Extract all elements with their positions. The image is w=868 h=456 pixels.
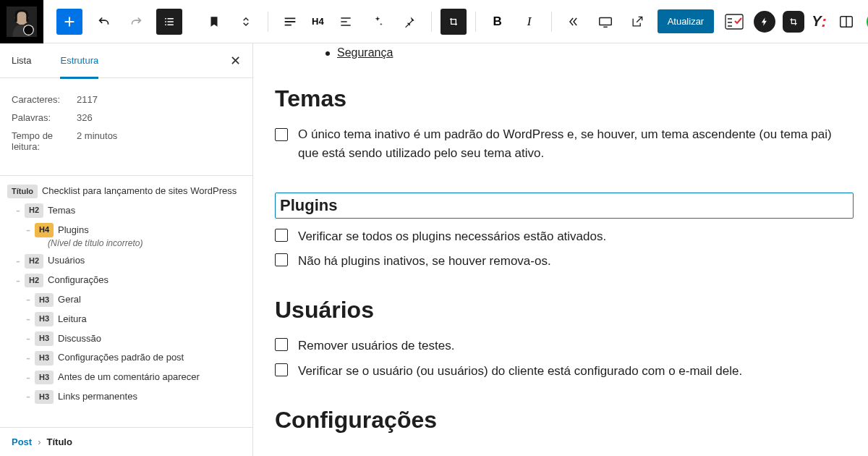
heading-temas[interactable]: Temas	[275, 85, 854, 112]
outline-item-discussao[interactable]: - H3 Discussão	[0, 329, 252, 349]
outline-item-config[interactable]: - H2 Configurações	[0, 271, 252, 290]
h4-tag-pill: H4	[35, 223, 54, 237]
check-text[interactable]: Verificar se o usuário (ou usuários) do …	[298, 362, 742, 381]
svg-rect-0	[448, 16, 459, 27]
external-link-icon[interactable]	[624, 9, 650, 35]
breadcrumb-current: Título	[47, 436, 72, 447]
outline-label: Configurações	[48, 273, 109, 288]
checkbox[interactable]	[275, 253, 288, 266]
tab-structure[interactable]: Estrutura	[60, 43, 98, 78]
ai-sparkle-icon[interactable]	[365, 9, 391, 35]
heading-level-selector[interactable]: H4	[306, 16, 330, 27]
align-button[interactable]	[333, 9, 359, 35]
check-text[interactable]: O único tema inativo é um padrão do Word…	[298, 125, 854, 164]
crop-icon[interactable]	[441, 9, 467, 35]
breadcrumb-root[interactable]: Post	[12, 436, 32, 447]
bookmark-icon[interactable]	[201, 9, 227, 35]
outline-item-temas[interactable]: - H2 Temas	[0, 201, 252, 221]
block-breadcrumb: Post › Título	[0, 427, 252, 456]
collapse-icon[interactable]	[561, 9, 587, 35]
outline-label: Usuários	[48, 253, 85, 269]
stat-chars-value: 2117	[77, 94, 98, 105]
svg-rect-2	[726, 14, 743, 29]
undo-button[interactable]	[91, 9, 117, 35]
document-outline-button[interactable]	[156, 9, 182, 35]
outline-item-plugins[interactable]: - H4 Plugins	[0, 221, 252, 240]
update-button[interactable]: Atualizar	[658, 9, 715, 33]
checkbox[interactable]	[275, 229, 288, 242]
h2-tag-pill: H2	[25, 203, 43, 218]
checkbox[interactable]	[275, 338, 288, 351]
outline-item-config-post[interactable]: - H3 Configurações padrão de post	[0, 348, 252, 368]
editor-canvas[interactable]: Segurança Temas O único tema inativo é u…	[253, 43, 868, 456]
stat-readtime-label: Tempo de leitura:	[12, 130, 77, 152]
outline-item-links[interactable]: - H3 Links permanentes	[0, 387, 252, 407]
outline-tree: Título Checklist para lançamento de site…	[0, 176, 252, 427]
lightning-circle-icon[interactable]	[754, 11, 775, 33]
document-outline-panel: Lista Estrutura ✕ Caracteres: 2117 Palav…	[0, 43, 253, 456]
stat-words-value: 326	[77, 112, 93, 123]
checkbox[interactable]	[275, 363, 288, 376]
stat-chars-label: Caracteres:	[12, 94, 77, 105]
tab-list[interactable]: Lista	[12, 43, 31, 78]
check-text[interactable]: Verificar se todos os plugins necessário…	[298, 227, 606, 246]
h3-tag-pill: H3	[35, 371, 54, 385]
outline-title[interactable]: Título Checklist para lançamento de site…	[0, 182, 252, 201]
outline-label: Temas	[48, 203, 75, 219]
outline-item-geral[interactable]: - H3 Geral	[0, 290, 252, 310]
outline-label: Antes de um comentário aparecer	[58, 370, 200, 385]
outline-item-comentario[interactable]: - H3 Antes de um comentário aparecer	[0, 368, 252, 387]
h3-tag-pill: H3	[35, 351, 54, 366]
h3-tag-pill: H3	[35, 293, 54, 308]
svg-rect-1	[599, 17, 611, 25]
title-tag-pill: Título	[7, 185, 38, 199]
site-avatar[interactable]	[0, 0, 43, 43]
outline-label: Discussão	[58, 332, 101, 347]
italic-button[interactable]: I	[516, 9, 542, 35]
h3-tag-pill: H3	[35, 332, 54, 346]
outline-warning-note: (Nível de título incorreto)	[0, 238, 252, 248]
outline-label: Configurações padrão de post	[58, 350, 184, 366]
stat-readtime-value: 2 minutos	[77, 130, 117, 152]
pin-icon[interactable]	[396, 9, 422, 35]
toolbar-right: Atualizar Y:	[653, 9, 868, 35]
h2-tag-pill: H2	[25, 274, 43, 288]
checklist-row: Remover usuários de testes.	[275, 337, 854, 355]
checklist-row: O único tema inativo é um padrão do Word…	[275, 125, 854, 164]
check-text[interactable]: Não há plugins inativos, se houver remov…	[298, 252, 551, 271]
yoast-icon[interactable]: Y:	[812, 13, 827, 30]
outline-label: Links permanentes	[58, 389, 137, 405]
heading-usuarios[interactable]: Usuários	[275, 297, 854, 324]
check-text[interactable]: Remover usuários de testes.	[298, 337, 454, 355]
checklist-row: Verificar se todos os plugins necessário…	[275, 227, 854, 246]
stat-words-label: Palavras:	[12, 112, 77, 123]
checklist-row: Não há plugins inativos, se houver remov…	[275, 252, 854, 271]
checklist-row: Verificar se o usuário (ou usuários) do …	[275, 362, 854, 381]
bold-button[interactable]: B	[485, 9, 511, 35]
add-block-button[interactable]	[56, 9, 82, 35]
toolbar-left: H4 B I	[0, 0, 653, 43]
checklist-plugin-icon[interactable]	[721, 9, 747, 35]
outline-item-usuarios[interactable]: - H2 Usuários	[0, 251, 252, 271]
h3-tag-pill: H3	[35, 312, 54, 326]
move-handle-icon[interactable]	[233, 9, 259, 35]
h3-tag-pill: H3	[35, 390, 54, 405]
outline-label: Geral	[58, 292, 81, 308]
selected-heading-block[interactable]: Plugins	[275, 193, 854, 219]
bullet-icon	[326, 51, 330, 56]
heading-configuracoes[interactable]: Configurações	[275, 407, 854, 434]
document-stats: Caracteres: 2117 Palavras: 326 Tempo de …	[0, 78, 252, 176]
heading-plugins[interactable]: Plugins	[280, 196, 848, 215]
link-seguranca[interactable]: Segurança	[337, 46, 393, 59]
checkbox[interactable]	[275, 128, 288, 141]
panel-tabs: Lista Estrutura ✕	[0, 43, 252, 78]
outline-item-leitura[interactable]: - H3 Leitura	[0, 310, 252, 329]
heading-block-icon[interactable]	[277, 9, 303, 35]
redo-button[interactable]	[123, 9, 149, 35]
device-preview-icon[interactable]	[592, 9, 618, 35]
close-icon[interactable]: ✕	[230, 53, 241, 69]
sidebar-toggle-icon[interactable]	[833, 9, 859, 35]
crop-circle-icon[interactable]	[783, 11, 804, 33]
outline-label: Plugins	[58, 223, 89, 238]
chevron-right-icon: ›	[38, 436, 41, 447]
